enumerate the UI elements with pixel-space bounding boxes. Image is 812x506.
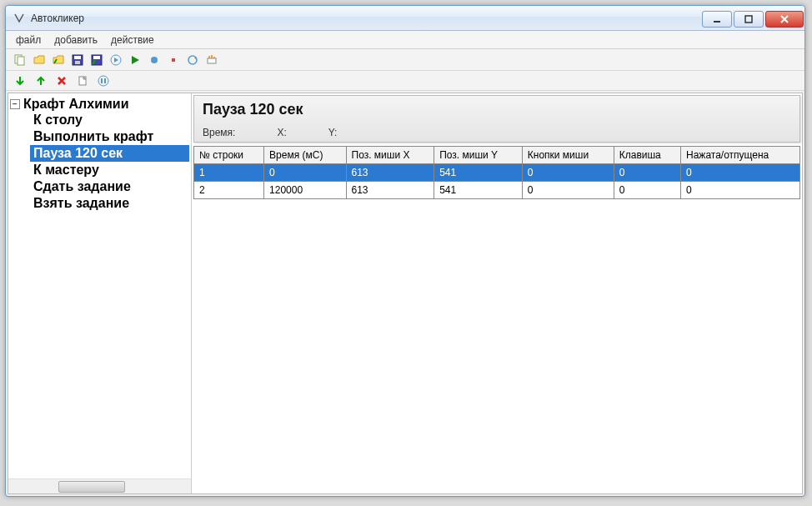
svg-rect-17 (104, 78, 106, 83)
window-title: Автокликер (31, 13, 84, 24)
table-area: № строкиВремя (мС)Поз. миши XПоз. миши Y… (193, 146, 800, 492)
data-grid[interactable]: № строкиВремя (мС)Поз. миши XПоз. миши Y… (193, 146, 800, 199)
column-header[interactable]: Время (мС) (264, 147, 346, 164)
tree-item[interactable]: Сдать задание (30, 178, 189, 195)
play-circle-icon[interactable] (107, 52, 125, 68)
scroll-thumb[interactable] (58, 481, 125, 493)
svg-point-10 (151, 57, 158, 63)
menu-file[interactable]: файл (9, 33, 48, 48)
column-header[interactable]: Кнопки миши (522, 147, 614, 164)
tree-root-row[interactable]: − Крафт Алхимии (10, 97, 189, 112)
table-cell: 0 (681, 182, 800, 199)
tree-hscroll[interactable] (8, 478, 191, 493)
details-info: Время: X: Y: (203, 127, 791, 138)
open-folder-icon[interactable] (30, 52, 48, 68)
save-icon[interactable] (68, 52, 87, 68)
settings-icon[interactable] (203, 52, 221, 68)
table-cell: 0 (681, 164, 800, 182)
toolbar-primary (6, 49, 804, 71)
delete-icon[interactable] (53, 73, 71, 89)
svg-point-15 (98, 76, 108, 86)
table-cell: 0 (522, 164, 614, 182)
details-x-label: X: (277, 127, 286, 138)
svg-rect-8 (93, 56, 100, 59)
column-header[interactable]: Поз. миши Y (434, 147, 523, 164)
tree-body: − Крафт Алхимии К столуВыполнить крафтПа… (8, 93, 191, 478)
table-cell: 613 (346, 182, 434, 199)
column-header[interactable]: Клавиша (614, 147, 680, 164)
menubar: файл добавить действие (6, 31, 804, 49)
tree-item[interactable]: К мастеру (30, 162, 189, 178)
new-page-icon[interactable] (73, 73, 92, 89)
tree-root-label: Крафт Алхимии (23, 97, 128, 112)
play-icon[interactable] (126, 52, 144, 68)
details-time-label: Время: (203, 127, 235, 138)
column-header[interactable]: Поз. миши X (346, 147, 434, 164)
table-cell: 613 (346, 164, 434, 182)
stop-small-icon[interactable] (164, 52, 183, 68)
tree-item[interactable]: Взять задание (30, 195, 189, 212)
svg-rect-13 (208, 58, 216, 63)
table-cell: 120000 (264, 182, 346, 199)
table-cell: 1 (194, 164, 264, 182)
table-cell: 2 (194, 182, 264, 199)
collapse-icon[interactable]: − (10, 99, 20, 109)
right-panel: Пауза 120 сек Время: X: Y: № строкиВремя… (192, 93, 802, 493)
table-cell: 0 (614, 164, 680, 182)
table-row[interactable]: 2120000613541000 (194, 182, 800, 199)
menu-action[interactable]: действие (104, 33, 161, 48)
app-window: Автокликер файл добавить действие (5, 5, 805, 497)
details-header: Пауза 120 сек Время: X: Y: (193, 95, 800, 143)
titlebar[interactable]: Автокликер (6, 6, 804, 31)
minimize-button[interactable] (702, 11, 732, 28)
tree-root: − Крафт Алхимии К столуВыполнить крафтПа… (10, 97, 189, 212)
maximize-button[interactable] (734, 11, 764, 28)
table-row[interactable]: 10613541000 (194, 164, 800, 182)
arrow-up-icon[interactable] (32, 73, 50, 89)
client-area: − Крафт Алхимии К столуВыполнить крафтПа… (8, 93, 803, 494)
svg-rect-5 (74, 56, 81, 59)
tree-children: К столуВыполнить крафтПауза 120 секК мас… (10, 112, 189, 212)
arrow-down-icon[interactable] (11, 73, 29, 89)
loop-icon[interactable] (183, 52, 202, 68)
details-y-label: Y: (328, 127, 338, 138)
svg-rect-3 (18, 57, 24, 65)
toolbar-secondary (6, 71, 804, 91)
svg-rect-0 (714, 21, 720, 23)
table-cell: 541 (434, 164, 523, 182)
column-header[interactable]: Нажата/отпущена (681, 147, 800, 164)
table-cell: 0 (614, 182, 680, 199)
tree-panel: − Крафт Алхимии К столуВыполнить крафтПа… (8, 93, 192, 493)
svg-rect-1 (745, 16, 752, 23)
svg-rect-11 (172, 58, 175, 62)
app-icon (13, 12, 26, 25)
grid-header-row: № строкиВремя (мС)Поз. миши XПоз. миши Y… (194, 147, 800, 164)
details-title: Пауза 120 сек (203, 101, 791, 118)
close-button[interactable] (765, 11, 804, 28)
tree-item[interactable]: Пауза 120 сек (30, 145, 189, 162)
svg-rect-16 (101, 78, 103, 83)
tree-item[interactable]: Выполнить крафт (30, 128, 189, 145)
open-green-icon[interactable] (49, 52, 68, 68)
tree-item[interactable]: К столу (30, 112, 189, 128)
pause-circle-icon[interactable] (94, 73, 113, 89)
record-icon[interactable] (145, 52, 163, 68)
table-cell: 0 (522, 182, 614, 199)
save-green-icon[interactable] (88, 52, 106, 68)
table-cell: 0 (264, 164, 346, 182)
menu-add[interactable]: добавить (48, 33, 104, 48)
svg-rect-6 (75, 61, 80, 64)
window-buttons (701, 9, 804, 28)
copy-icon[interactable] (11, 52, 29, 68)
table-cell: 541 (434, 182, 523, 199)
column-header[interactable]: № строки (194, 147, 264, 164)
